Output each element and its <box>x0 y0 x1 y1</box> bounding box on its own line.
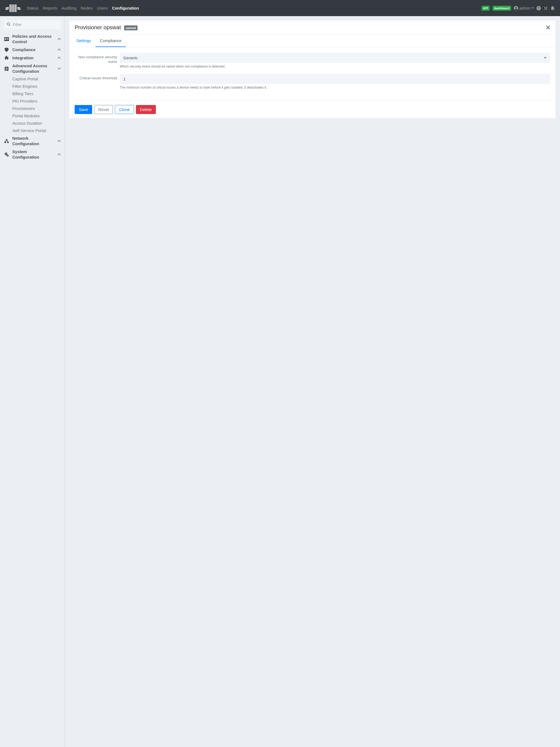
nav-nodes[interactable]: Nodes <box>79 4 94 12</box>
cogs-icon <box>4 152 9 157</box>
sidebar: Policies and Access Control Compliance I… <box>0 16 65 747</box>
svg-rect-4 <box>14 4 15 12</box>
search-icon <box>7 22 10 27</box>
api-badge[interactable]: API <box>482 6 490 11</box>
section-label: Policies and Access Control <box>12 34 55 44</box>
dashboard-badge[interactable]: dashboard <box>492 6 511 11</box>
navbar: Status Reports Auditing Nodes Users Conf… <box>0 0 560 16</box>
title-badge: opswat <box>124 25 138 30</box>
network-icon <box>4 139 9 143</box>
chevron-up-icon <box>58 38 61 40</box>
sidebar-section-network[interactable]: Network Configuration <box>4 134 61 148</box>
sidebar-section-advanced[interactable]: Advanced Access Configuration <box>4 62 61 75</box>
nav-configuration[interactable]: Configuration <box>110 4 141 12</box>
tab-settings[interactable]: Settings <box>72 35 96 47</box>
svg-rect-15 <box>5 38 6 40</box>
svg-point-9 <box>515 7 517 8</box>
form-row-event: Non compliance security event Generic Wh… <box>75 53 550 68</box>
tabs: Settings Compliance <box>69 35 556 47</box>
svg-point-27 <box>6 153 6 154</box>
svg-rect-1 <box>5 8 9 10</box>
filter-box[interactable] <box>4 20 61 29</box>
bell-icon[interactable] <box>551 6 555 10</box>
nav-auditing[interactable]: Auditing <box>59 4 78 12</box>
main-content: Provisioner opswat opswat Settings Compl… <box>65 16 560 747</box>
card-title: Provisioner opswat opswat <box>75 24 137 31</box>
svg-rect-19 <box>6 67 7 67</box>
clone-button[interactable]: Clone <box>115 105 134 114</box>
sidebar-item-filter-engines[interactable]: Filter Engines <box>12 83 61 90</box>
help-icon[interactable]: ? <box>536 6 541 10</box>
sidebar-section-policies[interactable]: Policies and Access Control <box>4 32 61 46</box>
svg-rect-20 <box>5 68 8 69</box>
sidebar-item-captive-portal[interactable]: Captive Portal <box>12 75 61 83</box>
card-header: Provisioner opswat opswat <box>69 21 556 35</box>
svg-rect-5 <box>15 4 17 12</box>
filter-input[interactable] <box>12 22 58 27</box>
sidebar-item-portal-modules[interactable]: Portal Modules <box>12 112 61 120</box>
sidebar-item-access-duration[interactable]: Access Duration <box>12 120 61 127</box>
svg-rect-24 <box>4 141 6 143</box>
nav-users[interactable]: Users <box>95 4 110 12</box>
svg-rect-7 <box>17 8 21 10</box>
delete-button[interactable]: Delete <box>136 105 156 114</box>
threshold-label: Critical issues threshold <box>75 74 117 89</box>
close-button[interactable] <box>546 25 550 29</box>
sidebar-item-provisioners[interactable]: Provisioners <box>12 105 61 112</box>
event-value: Generic <box>123 55 138 60</box>
shield-icon <box>4 48 9 52</box>
svg-rect-23 <box>6 139 7 140</box>
sidebar-section-system[interactable]: System Configuration <box>4 148 61 161</box>
svg-line-13 <box>9 25 10 26</box>
card-footer: Save Reset Clone Delete <box>69 100 556 119</box>
nav-reports[interactable]: Reports <box>41 4 59 12</box>
logo[interactable] <box>5 4 21 13</box>
section-label: Compliance <box>12 47 55 52</box>
svg-rect-17 <box>6 39 8 40</box>
sidebar-section-integration[interactable]: Integration <box>4 54 61 62</box>
svg-rect-3 <box>11 4 12 12</box>
section-label: Integration <box>12 55 55 61</box>
navbar-right: API dashboard admin ? <box>482 6 555 11</box>
tools-icon[interactable] <box>543 6 548 10</box>
svg-rect-16 <box>6 38 8 39</box>
sidebar-item-billing-tiers[interactable]: Billing Tiers <box>12 90 61 97</box>
sidebar-item-self-service-portal[interactable]: Self Service Portal <box>12 127 61 134</box>
caret-down-icon <box>544 57 546 58</box>
nav-links: Status Reports Auditing Nodes Users Conf… <box>25 4 141 12</box>
svg-rect-0 <box>5 7 9 8</box>
clipboard-icon <box>4 67 9 71</box>
nav-status[interactable]: Status <box>25 4 41 12</box>
chevron-down-icon <box>58 68 61 70</box>
svg-rect-21 <box>5 69 8 70</box>
chevron-up-icon <box>58 153 61 155</box>
svg-rect-2 <box>9 4 11 12</box>
section-label: Advanced Access Configuration <box>12 63 55 74</box>
svg-text:?: ? <box>538 6 540 10</box>
event-label: Non compliance security event <box>75 53 117 68</box>
threshold-input[interactable] <box>120 74 550 84</box>
card: Provisioner opswat opswat Settings Compl… <box>69 20 556 119</box>
sidebar-section-compliance[interactable]: Compliance <box>4 46 61 54</box>
title-name: opswat <box>104 24 121 30</box>
puzzle-icon <box>4 55 9 60</box>
chevron-up-icon <box>58 57 61 59</box>
sidebar-item-pki-providers[interactable]: PKI Providers <box>12 97 61 105</box>
sub-list: Captive Portal Filter Engines Billing Ti… <box>4 75 61 134</box>
svg-point-12 <box>7 23 9 25</box>
chevron-up-icon <box>58 140 61 142</box>
event-select[interactable]: Generic <box>120 53 550 63</box>
save-button[interactable]: Save <box>75 105 92 114</box>
user-menu[interactable]: admin <box>514 6 534 10</box>
section-label: System Configuration <box>12 149 55 160</box>
event-help: Which security event should be raised wh… <box>120 65 550 68</box>
svg-rect-22 <box>5 70 7 70</box>
reset-button[interactable]: Reset <box>94 105 113 114</box>
form-body: Non compliance security event Generic Wh… <box>69 47 556 100</box>
form-row-threshold: Critical issues threshold The minimum nu… <box>75 74 550 89</box>
section-label: Network Configuration <box>12 136 55 146</box>
chevron-down-icon <box>532 7 534 9</box>
title-prefix: Provisioner <box>75 24 104 30</box>
chevron-up-icon <box>58 49 61 51</box>
tab-compliance[interactable]: Compliance <box>96 35 126 47</box>
